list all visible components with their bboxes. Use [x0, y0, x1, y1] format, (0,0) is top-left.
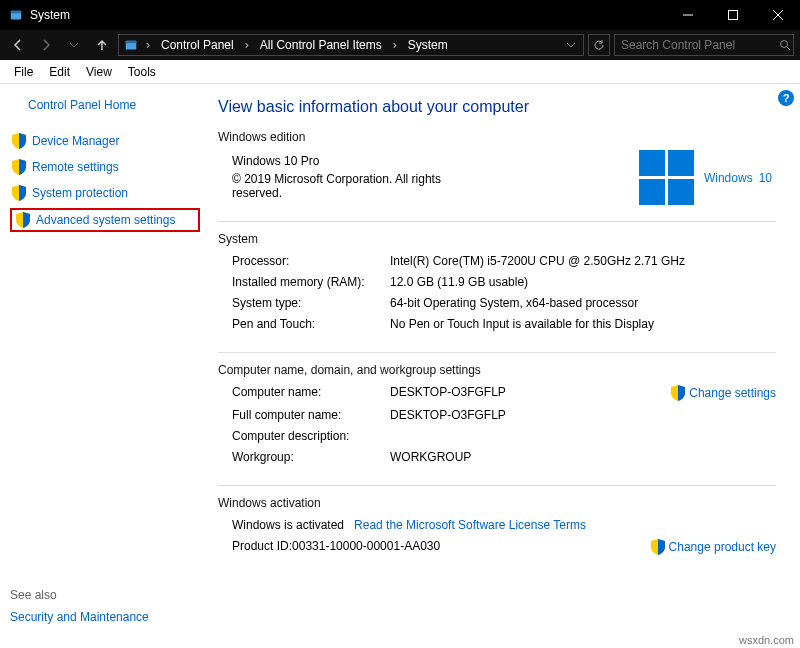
- windows-logo: Windows 10: [639, 150, 776, 205]
- computer-row: Full computer name:DESKTOP-O3FGFLP: [218, 406, 776, 424]
- computer-row: Workgroup:WORKGROUP: [218, 448, 776, 466]
- sidebar-home-link[interactable]: Control Panel Home: [28, 98, 200, 112]
- breadcrumb-item[interactable]: All Control Panel Items: [254, 35, 388, 55]
- menu-file[interactable]: File: [6, 61, 41, 83]
- row-value: WORKGROUP: [390, 450, 776, 464]
- product-id-row: Product ID: 00331-10000-00001-AA030 Chan…: [218, 537, 776, 557]
- row-label: Processor:: [232, 254, 390, 268]
- breadcrumb[interactable]: › Control Panel › All Control Panel Item…: [118, 34, 584, 56]
- watermark: wsxdn.com: [739, 634, 794, 646]
- svg-rect-7: [126, 41, 137, 44]
- license-terms-link[interactable]: Read the Microsoft Software License Term…: [354, 518, 586, 532]
- svg-rect-1: [11, 11, 22, 14]
- product-id-label: Product ID:: [232, 539, 292, 555]
- row-value: 64-bit Operating System, x64-based proce…: [390, 296, 776, 310]
- row-value: DESKTOP-O3FGFLP: [390, 385, 671, 401]
- row-value: [390, 429, 776, 443]
- row-label: System type:: [232, 296, 390, 310]
- search-box[interactable]: [614, 34, 794, 56]
- system-row: Installed memory (RAM):12.0 GB (11.9 GB …: [218, 273, 776, 291]
- chevron-right-icon[interactable]: ›: [143, 38, 153, 52]
- row-label: Installed memory (RAM):: [232, 275, 390, 289]
- svg-point-8: [781, 41, 788, 48]
- svg-rect-3: [728, 11, 737, 20]
- maximize-button[interactable]: [710, 0, 755, 30]
- shield-icon: [651, 539, 665, 555]
- row-label: Full computer name:: [232, 408, 390, 422]
- app-icon: [8, 7, 24, 23]
- sidebar-item-label: Advanced system settings: [36, 213, 175, 227]
- windows-tiles-icon: [639, 150, 694, 205]
- see-also-security-maintenance[interactable]: Security and Maintenance: [10, 610, 200, 624]
- activation-status: Windows is activated: [232, 518, 344, 532]
- breadcrumb-icon: [123, 37, 139, 53]
- shield-icon: [12, 159, 26, 175]
- product-id-value: 00331-10000-00001-AA030: [292, 539, 440, 555]
- logo-text-10: 10: [759, 171, 772, 185]
- refresh-button[interactable]: [588, 34, 610, 56]
- row-label: Computer description:: [232, 429, 390, 443]
- nav-back-button[interactable]: [6, 33, 30, 57]
- shield-icon: [12, 133, 26, 149]
- breadcrumb-item[interactable]: System: [402, 35, 454, 55]
- svg-line-9: [787, 47, 790, 50]
- row-value: 12.0 GB (11.9 GB usable): [390, 275, 776, 289]
- breadcrumb-dropdown[interactable]: [561, 40, 581, 50]
- system-row: Pen and Touch:No Pen or Touch Input is a…: [218, 315, 776, 333]
- activation-row: Windows is activated Read the Microsoft …: [218, 516, 776, 534]
- menu-view[interactable]: View: [78, 61, 120, 83]
- change-settings-label: Change settings: [689, 386, 776, 400]
- sidebar-item-label: Remote settings: [32, 160, 119, 174]
- shield-icon: [12, 185, 26, 201]
- close-button[interactable]: [755, 0, 800, 30]
- help-icon[interactable]: ?: [778, 90, 794, 106]
- row-label: Computer name:: [232, 385, 390, 401]
- sidebar-item-remote-settings[interactable]: Remote settings: [10, 156, 200, 178]
- page-title: View basic information about your comput…: [218, 98, 776, 116]
- section-activation-title: Windows activation: [218, 496, 776, 510]
- breadcrumb-item[interactable]: Control Panel: [155, 35, 240, 55]
- address-bar: › Control Panel › All Control Panel Item…: [0, 30, 800, 60]
- window-title: System: [30, 8, 665, 22]
- edition-name: Windows 10 Pro: [232, 154, 639, 168]
- logo-text-windows: Windows: [704, 171, 753, 185]
- computer-row: Computer name: DESKTOP-O3FGFLP Change se…: [218, 383, 776, 403]
- row-value: DESKTOP-O3FGFLP: [390, 408, 776, 422]
- computer-row: Computer description:: [218, 427, 776, 445]
- search-icon[interactable]: [777, 39, 793, 51]
- see-also-heading: See also: [10, 588, 200, 602]
- minimize-button[interactable]: [665, 0, 710, 30]
- menu-tools[interactable]: Tools: [120, 61, 164, 83]
- row-label: Pen and Touch:: [232, 317, 390, 331]
- section-system-title: System: [218, 232, 776, 246]
- change-settings-link[interactable]: Change settings: [671, 385, 776, 401]
- nav-up-button[interactable]: [90, 33, 114, 57]
- sidebar-item-label: System protection: [32, 186, 128, 200]
- chevron-right-icon[interactable]: ›: [390, 38, 400, 52]
- nav-recent-button[interactable]: [62, 33, 86, 57]
- shield-icon: [16, 212, 30, 228]
- sidebar-item-device-manager[interactable]: Device Manager: [10, 130, 200, 152]
- row-label: Workgroup:: [232, 450, 390, 464]
- sidebar: Control Panel Home Device Manager Remote…: [0, 84, 210, 648]
- system-row: System type:64-bit Operating System, x64…: [218, 294, 776, 312]
- menu-edit[interactable]: Edit: [41, 61, 78, 83]
- row-value: No Pen or Touch Input is available for t…: [390, 317, 776, 331]
- sidebar-item-system-protection[interactable]: System protection: [10, 182, 200, 204]
- change-product-key-label: Change product key: [669, 540, 776, 554]
- divider: [218, 221, 776, 222]
- main-panel: ? View basic information about your comp…: [210, 84, 800, 648]
- system-row: Processor:Intel(R) Core(TM) i5-7200U CPU…: [218, 252, 776, 270]
- search-input[interactable]: [615, 38, 777, 52]
- change-product-key-link[interactable]: Change product key: [651, 539, 776, 555]
- chevron-right-icon[interactable]: ›: [242, 38, 252, 52]
- menu-bar: File Edit View Tools: [0, 60, 800, 84]
- divider: [218, 485, 776, 486]
- shield-icon: [671, 385, 685, 401]
- row-value: Intel(R) Core(TM) i5-7200U CPU @ 2.50GHz…: [390, 254, 776, 268]
- nav-forward-button[interactable]: [34, 33, 58, 57]
- edition-copyright: © 2019 Microsoft Corporation. All rights…: [232, 172, 452, 200]
- sidebar-item-label: Device Manager: [32, 134, 119, 148]
- window-titlebar: System: [0, 0, 800, 30]
- sidebar-item-advanced-system-settings[interactable]: Advanced system settings: [10, 208, 200, 232]
